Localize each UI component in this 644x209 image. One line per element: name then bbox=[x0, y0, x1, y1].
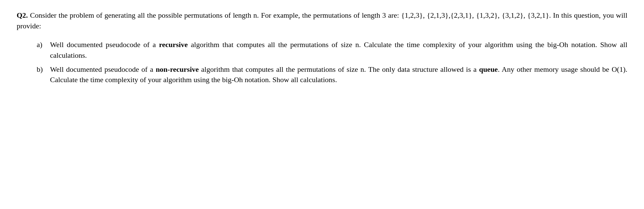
part-a-bold-word: recursive bbox=[159, 40, 188, 49]
intro-text: Consider the problem of generating all t… bbox=[17, 11, 627, 30]
question-label: Q2. bbox=[17, 11, 28, 19]
part-b-text-before-bold: Well documented pseudocode of a bbox=[50, 65, 156, 73]
part-content-b: Well documented pseudocode of a non-recu… bbox=[50, 64, 627, 85]
parts-list: a) Well documented pseudocode of a recur… bbox=[17, 39, 627, 85]
intro-paragraph: Q2. Consider the problem of generating a… bbox=[17, 10, 627, 31]
part-label-a: a) bbox=[37, 39, 50, 50]
part-b-bold-word: non-recursive bbox=[156, 65, 199, 73]
part-content-a: Well documented pseudocode of a recursiv… bbox=[50, 39, 627, 61]
part-item-b: b) Well documented pseudocode of a non-r… bbox=[37, 64, 627, 85]
part-b-bold-word2: queue bbox=[479, 65, 498, 73]
question-block: Q2. Consider the problem of generating a… bbox=[17, 10, 627, 85]
part-b-text-middle: algorithm that computes all the permutat… bbox=[199, 65, 479, 73]
part-label-b: b) bbox=[37, 64, 50, 75]
part-item-a: a) Well documented pseudocode of a recur… bbox=[37, 39, 627, 61]
part-a-text-before-bold: Well documented pseudocode of a bbox=[50, 40, 159, 49]
